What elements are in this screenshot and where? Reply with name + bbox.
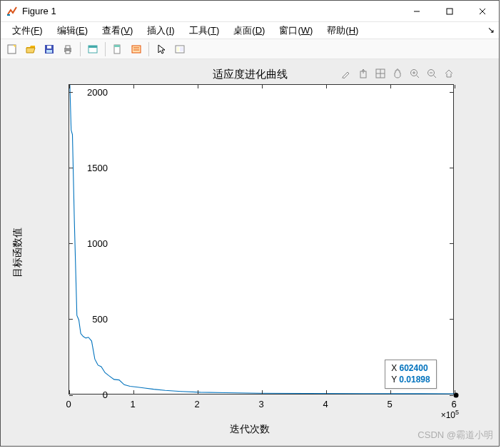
maximize-button[interactable] (433, 1, 466, 22)
x-tick (262, 390, 263, 394)
svg-line-28 (417, 76, 420, 78)
toolbar-separator (80, 42, 81, 56)
open-button[interactable] (22, 41, 39, 57)
x-tick (455, 85, 455, 88)
y-tick-label: 2000 (72, 86, 108, 97)
y-tick (450, 243, 453, 244)
x-tick-label: 0 (58, 399, 79, 409)
colorbar-button[interactable] (171, 41, 188, 57)
svg-rect-11 (66, 46, 70, 49)
x-axis-factor: ×105 (441, 409, 459, 420)
x-axis-label: 迭代次数 (1, 423, 499, 436)
toolbar (1, 39, 499, 59)
titlebar: Figure 1 (1, 1, 499, 22)
y-tick (450, 395, 453, 396)
y-tick (450, 92, 453, 93)
matlab-icon (6, 6, 18, 17)
menu-window[interactable]: 窗口(W) (272, 23, 320, 39)
datatip-y-value: 0.01898 (399, 375, 430, 385)
y-tick-label: 1500 (72, 162, 108, 173)
toolbar-separator (105, 42, 106, 56)
svg-rect-17 (132, 46, 141, 53)
svg-rect-0 (7, 14, 10, 16)
x-tick-label: 6 (443, 399, 465, 409)
svg-rect-21 (177, 47, 179, 51)
link-button[interactable] (84, 41, 101, 57)
menu-help[interactable]: 帮助(H) (320, 23, 365, 39)
datatip-x-label: X (391, 363, 397, 373)
axes-toolbar (339, 66, 456, 81)
x-tick (198, 390, 198, 394)
svg-rect-14 (88, 46, 97, 48)
home-icon[interactable] (442, 66, 456, 81)
brush-icon[interactable] (339, 66, 353, 81)
x-tick (262, 85, 263, 88)
x-tick (390, 85, 391, 88)
x-tick-label: 4 (315, 399, 336, 409)
x-tick (69, 85, 70, 88)
toolbar-separator (148, 42, 149, 56)
svg-rect-16 (114, 45, 120, 47)
x-tick-label: 3 (250, 399, 272, 409)
x-tick (326, 390, 327, 394)
x-tick (69, 390, 70, 394)
y-tick-label: 500 (72, 313, 108, 324)
menubar: 文件(F) 编辑(E) 查看(V) 插入(I) 工具(T) 桌面(D) 窗口(W… (1, 22, 499, 39)
menu-file[interactable]: 文件(F) (5, 23, 50, 39)
datatip-x-value: 602400 (400, 363, 428, 373)
x-tick (390, 390, 391, 394)
x-tick (326, 85, 327, 88)
pointer-button[interactable] (153, 41, 170, 57)
y-axis-label: 目标函数值 (11, 228, 24, 278)
svg-rect-22 (180, 47, 183, 51)
svg-rect-9 (46, 50, 52, 53)
export-icon[interactable] (356, 66, 370, 81)
x-tick-label: 5 (379, 399, 400, 409)
menu-tools[interactable]: 工具(T) (182, 23, 227, 39)
minimize-button[interactable] (400, 1, 433, 22)
print-button[interactable] (59, 41, 76, 57)
legend-button[interactable] (128, 41, 145, 57)
pan-icon[interactable] (390, 66, 405, 81)
datatip-y-label: Y (391, 375, 397, 385)
datacursor-button[interactable] (109, 41, 126, 57)
svg-rect-2 (447, 9, 452, 14)
save-button[interactable] (41, 41, 58, 57)
x-tick (133, 85, 134, 88)
datatip[interactable]: X 602400 Y 0.01898 (385, 360, 437, 389)
close-button[interactable] (466, 1, 499, 22)
figure-area: 适应度进化曲线 X 602400 Y 0.01898 (1, 59, 499, 446)
zoom-out-icon[interactable] (425, 66, 439, 81)
axes[interactable]: X 602400 Y 0.01898 (69, 84, 454, 394)
y-tick-label: 1000 (72, 238, 108, 248)
figure-window: Figure 1 文件(F) 编辑(E) 查看(V) 插入(I) 工具(T) 桌… (0, 0, 500, 447)
menu-desktop[interactable]: 桌面(D) (226, 23, 272, 39)
line-plot (69, 85, 453, 394)
x-tick-label: 2 (186, 399, 208, 409)
zoom-in-icon[interactable] (408, 66, 422, 81)
svg-rect-12 (66, 51, 70, 54)
x-tick (133, 390, 134, 394)
svg-rect-8 (47, 46, 51, 49)
x-tick (198, 85, 198, 88)
menu-overflow-icon[interactable]: ↘ (487, 25, 495, 35)
window-title: Figure 1 (22, 6, 400, 16)
svg-line-32 (434, 76, 437, 78)
menu-edit[interactable]: 编辑(E) (50, 23, 95, 39)
x-tick-label: 1 (122, 399, 143, 409)
menu-view[interactable]: 查看(V) (95, 23, 140, 39)
y-tick (450, 168, 453, 168)
y-tick (450, 319, 453, 320)
restore-icon[interactable] (373, 66, 388, 81)
menu-insert[interactable]: 插入(I) (140, 23, 181, 39)
new-figure-button[interactable] (4, 41, 21, 57)
x-tick (455, 390, 455, 394)
